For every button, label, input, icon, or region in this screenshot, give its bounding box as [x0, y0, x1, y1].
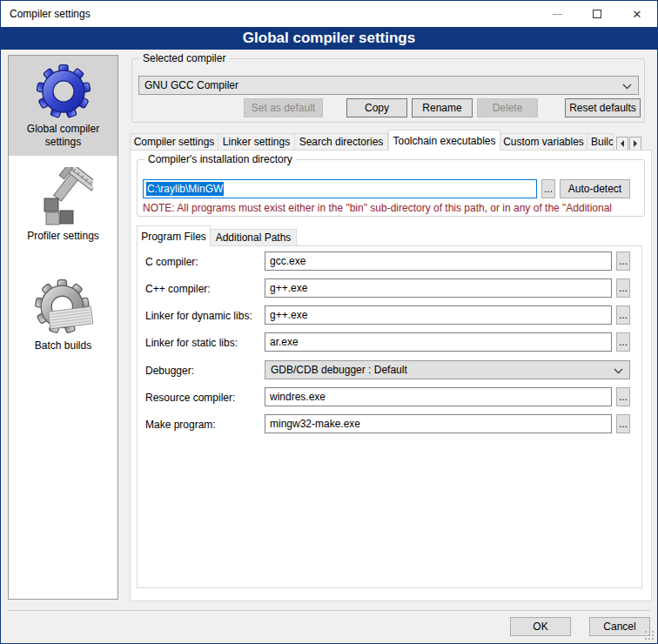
triangle-right-icon: [634, 140, 637, 147]
auto-detect-button[interactable]: Auto-detect: [560, 179, 630, 198]
minimize-button[interactable]: [537, 1, 577, 27]
program-tabstrip: Program Files Additional Paths: [137, 225, 297, 246]
resource-compiler-input[interactable]: windres.exe: [265, 387, 612, 406]
linker-dynamic-browse-button[interactable]: ...: [616, 305, 630, 325]
triangle-left-icon: [621, 140, 624, 147]
linker-dynamic-label: Linker for dynamic libs:: [145, 310, 252, 322]
make-program-input[interactable]: mingw32-make.exe: [265, 414, 612, 433]
window-title: Compiler settings: [1, 8, 91, 20]
page-title: Global compiler settings: [243, 30, 415, 47]
field-value: ar.exe: [270, 336, 299, 348]
sidebar-item-profiler-settings[interactable]: Profiler settings: [9, 163, 118, 250]
linker-static-label: Linker for static libs:: [145, 337, 238, 349]
window-controls: ✕: [537, 1, 657, 27]
resource-compiler-browse-button[interactable]: ...: [616, 387, 630, 406]
settings-tabstrip: Compiler settings Linker settings Search…: [130, 130, 641, 151]
field-value: g++.exe: [270, 282, 307, 294]
minimize-icon: [553, 14, 562, 15]
copy-button[interactable]: Copy: [346, 98, 407, 117]
tab-scroll-left-button[interactable]: [616, 137, 628, 151]
compiler-select[interactable]: GNU GCC Compiler: [138, 76, 639, 95]
cpp-compiler-browse-button[interactable]: ...: [616, 278, 630, 298]
resize-grip[interactable]: [645, 631, 654, 640]
debugger-label: Debugger:: [145, 365, 194, 377]
debugger-select[interactable]: GDB/CDB debugger : Default: [265, 360, 630, 379]
reset-defaults-button[interactable]: Reset defaults: [565, 98, 641, 117]
rename-button[interactable]: Rename: [412, 98, 473, 117]
gear-blue-icon: [10, 60, 116, 123]
installation-directory-input[interactable]: C:\raylib\MinGW: [143, 179, 537, 198]
caliper-icon: [10, 167, 116, 230]
resource-compiler-label: Resource compiler:: [145, 392, 235, 404]
field-value: g++.exe: [270, 309, 307, 321]
make-program-label: Make program:: [145, 419, 216, 431]
delete-button[interactable]: Delete: [477, 98, 538, 117]
sidebar-item-batch-builds[interactable]: Batch builds: [9, 272, 118, 359]
maximize-button[interactable]: [577, 1, 617, 27]
settings-sidebar: Global compiler settings Profiler settin…: [8, 55, 118, 600]
tab-custom-variables[interactable]: Custom variables: [500, 133, 588, 151]
linker-static-browse-button[interactable]: ...: [616, 332, 630, 352]
grip-dots-icon: [645, 631, 647, 633]
installation-directory-legend: Compiler's installation directory: [144, 153, 296, 165]
title-bar: Compiler settings ✕: [1, 1, 657, 27]
cpp-compiler-input[interactable]: g++.exe: [265, 278, 612, 298]
cancel-button[interactable]: Cancel: [589, 617, 650, 636]
c-compiler-browse-button[interactable]: ...: [616, 252, 630, 271]
footer-divider: [8, 610, 650, 611]
selected-text: C:\raylib\MinGW: [146, 182, 224, 196]
sidebar-item-label: Profiler settings: [10, 230, 116, 243]
make-program-browse-button[interactable]: ...: [616, 414, 630, 433]
linker-dynamic-input[interactable]: g++.exe: [265, 305, 612, 325]
linker-static-input[interactable]: ar.exe: [265, 332, 612, 352]
selected-compiler-legend: Selected compiler: [139, 52, 229, 64]
dialog-header: Global compiler settings: [1, 27, 657, 50]
tab-linker-settings[interactable]: Linker settings: [218, 133, 295, 151]
tab-scroll-right-button[interactable]: [629, 137, 641, 151]
ok-button[interactable]: OK: [510, 617, 571, 636]
close-icon: ✕: [633, 9, 642, 20]
sidebar-item-label: Batch builds: [10, 339, 116, 352]
maximize-icon: [593, 10, 601, 18]
tab-program-files[interactable]: Program Files: [137, 225, 211, 246]
gear-stack-icon: [10, 277, 116, 339]
browse-directory-button[interactable]: ...: [541, 179, 555, 198]
installation-note: NOTE: All programs must exist either in …: [143, 202, 643, 214]
tab-compiler-settings[interactable]: Compiler settings: [130, 133, 218, 151]
c-compiler-input[interactable]: gcc.exe: [265, 252, 612, 271]
tab-additional-paths[interactable]: Additional Paths: [211, 229, 297, 246]
close-button[interactable]: ✕: [617, 1, 657, 27]
c-compiler-label: C compiler:: [145, 256, 198, 268]
field-value: windres.exe: [270, 391, 326, 403]
chevron-down-icon: [622, 84, 632, 90]
compiler-select-value: GNU GCC Compiler: [144, 79, 238, 91]
cpp-compiler-label: C++ compiler:: [145, 283, 211, 295]
tab-search-directories[interactable]: Search directories: [295, 133, 388, 151]
compiler-settings-dialog: Compiler settings ✕ Global compiler sett…: [0, 0, 658, 644]
set-as-default-button[interactable]: Set as default: [244, 98, 323, 117]
tab-build-options-truncated[interactable]: Builc: [588, 133, 614, 151]
field-value: gcc.exe: [270, 255, 306, 267]
chevron-down-icon: [614, 368, 623, 374]
debugger-select-value: GDB/CDB debugger : Default: [271, 364, 407, 376]
tab-toolchain-executables[interactable]: Toolchain executables: [388, 130, 500, 151]
sidebar-item-global-compiler-settings[interactable]: Global compiler settings: [9, 56, 118, 156]
sidebar-item-label: Global compiler settings: [10, 123, 116, 149]
field-value: mingw32-make.exe: [270, 418, 360, 430]
